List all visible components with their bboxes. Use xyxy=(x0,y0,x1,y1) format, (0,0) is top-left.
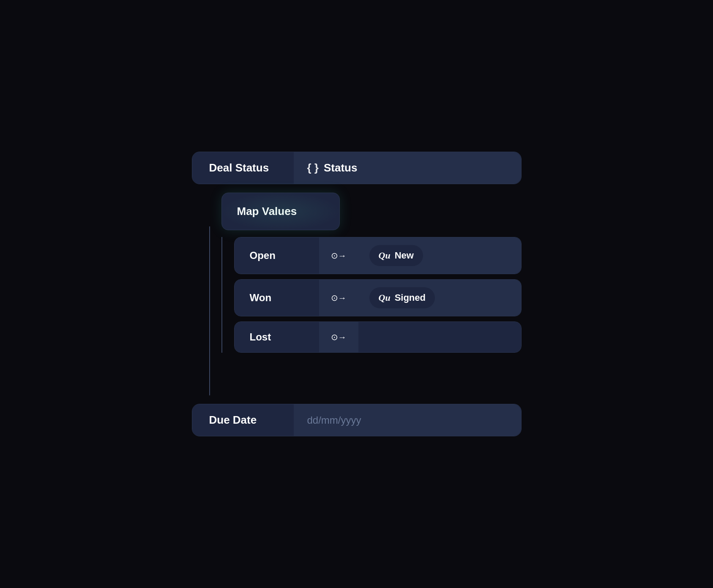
arrow-icon-lost: ⊙→ xyxy=(331,332,347,342)
due-date-label: Due Date xyxy=(192,404,294,436)
source-open: Open xyxy=(235,237,319,274)
source-won: Won xyxy=(235,280,319,316)
deal-status-value: { } Status xyxy=(294,152,521,184)
source-lost-text: Lost xyxy=(250,331,271,343)
left-connector-area xyxy=(192,193,221,395)
due-date-placeholder: dd/mm/yyyy xyxy=(307,414,361,426)
due-date-value[interactable]: dd/mm/yyyy xyxy=(294,404,521,436)
target-label-open: New xyxy=(395,250,414,261)
mapping-row-won: Won ⊙→ Qu Signed xyxy=(234,279,522,316)
mapping-row-open: Open ⊙→ Qu New xyxy=(234,237,522,274)
due-date-label-text: Due Date xyxy=(209,414,257,427)
curly-braces-icon: { } xyxy=(307,161,319,174)
target-badge-won[interactable]: Qu Signed xyxy=(369,287,435,308)
source-won-text: Won xyxy=(250,292,272,304)
deal-status-label-text: Deal Status xyxy=(209,161,269,174)
main-container: Deal Status { } Status Map Values Open xyxy=(192,152,522,436)
arrow-lost: ⊙→ xyxy=(319,322,358,352)
source-open-text: Open xyxy=(250,250,276,261)
lu-icon-open: Qu xyxy=(379,250,391,261)
target-badge-open[interactable]: Qu New xyxy=(369,245,423,266)
vertical-connector-line xyxy=(209,226,210,395)
deal-status-row: Deal Status { } Status xyxy=(192,152,522,184)
due-date-row: Due Date dd/mm/yyyy xyxy=(192,404,522,436)
arrow-won: ⊙→ xyxy=(319,280,358,316)
source-lost: Lost xyxy=(235,322,319,352)
target-open: Qu New xyxy=(358,237,521,274)
deal-status-label: Deal Status xyxy=(192,152,294,184)
status-text: Status xyxy=(324,161,357,174)
map-values-box[interactable]: Map Values xyxy=(221,193,340,230)
target-lost-empty[interactable] xyxy=(358,322,521,352)
target-won: Qu Signed xyxy=(358,280,521,316)
map-values-label: Map Values xyxy=(237,205,297,218)
arrow-icon-won: ⊙→ xyxy=(331,293,347,303)
mapping-rows: Open ⊙→ Qu New Won xyxy=(221,237,522,353)
lu-icon-won: Qu xyxy=(379,292,391,303)
target-label-won: Signed xyxy=(395,292,426,303)
mapping-row-lost: Lost ⊙→ xyxy=(234,321,522,353)
middle-section: Map Values Open ⊙→ Qu New xyxy=(192,193,522,395)
right-content: Map Values Open ⊙→ Qu New xyxy=(221,193,522,395)
arrow-open: ⊙→ xyxy=(319,237,358,274)
arrow-icon-open: ⊙→ xyxy=(331,250,347,261)
